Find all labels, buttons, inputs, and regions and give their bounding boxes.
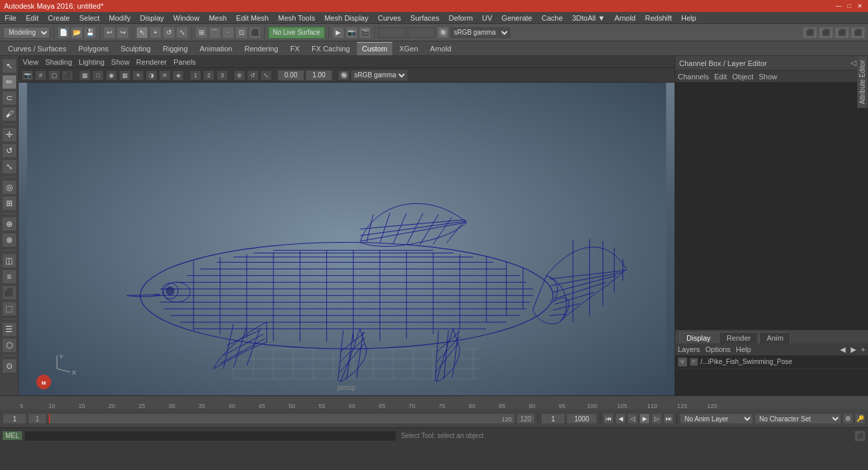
select-tool[interactable]: ↖ xyxy=(2,59,17,73)
render-tab[interactable]: Render xyxy=(719,332,758,343)
layers-menu[interactable]: Layers xyxy=(678,345,700,353)
tab-xgen[interactable]: XGen xyxy=(394,42,423,55)
menu-curves[interactable]: Curves xyxy=(376,14,403,22)
rp-menu-show[interactable]: Show xyxy=(759,73,777,81)
move-tool-btn[interactable]: + xyxy=(149,27,161,39)
vp-light-btn[interactable]: ☀ xyxy=(132,70,144,81)
render-frame-btn[interactable]: 📷 xyxy=(346,27,358,39)
node-editor[interactable]: ⬡ xyxy=(2,338,17,353)
new-scene-btn[interactable]: 📄 xyxy=(57,27,69,39)
menu-mesh[interactable]: Mesh xyxy=(207,14,229,22)
snap-point-btn[interactable]: · xyxy=(222,27,234,39)
vp-gamma-btn[interactable]: 🔘 xyxy=(338,70,350,81)
scale-tool[interactable]: ⤡ xyxy=(2,159,17,174)
pref-btn[interactable]: ⚙ xyxy=(843,413,853,424)
move-tool[interactable]: ✛ xyxy=(2,127,17,142)
menu-uv[interactable]: UV xyxy=(480,14,494,22)
maximize-btn[interactable]: □ xyxy=(845,2,853,10)
value2-input[interactable]: 1.00 xyxy=(408,27,436,38)
redo-btn[interactable]: ↪ xyxy=(117,27,129,39)
vp-value1[interactable] xyxy=(278,70,304,81)
menu-help[interactable]: Help xyxy=(679,14,699,22)
menu-cache[interactable]: Cache xyxy=(540,14,565,22)
open-btn[interactable]: 📂 xyxy=(71,27,83,39)
viewport-canvas[interactable]: Y X xyxy=(19,83,675,395)
script-mode-label[interactable]: MEL xyxy=(3,431,22,440)
scale-tool-btn[interactable]: ⤡ xyxy=(176,27,188,39)
display-tab[interactable]: Display xyxy=(679,332,718,343)
vp-shadow-btn[interactable]: ◑ xyxy=(145,70,157,81)
play-back-btn[interactable]: ◁ xyxy=(627,413,638,424)
attribute-editor-tab[interactable]: Attribute Editor xyxy=(857,56,868,108)
layer-editor[interactable]: ⬚ xyxy=(2,301,17,316)
menu-deform[interactable]: Deform xyxy=(446,14,474,22)
menu-mesh-tools[interactable]: Mesh Tools xyxy=(276,14,317,22)
vp-menu-show[interactable]: Show xyxy=(111,58,130,66)
menu-arnold[interactable]: Arnold xyxy=(612,14,638,22)
vp-menu-shading[interactable]: Shading xyxy=(45,58,72,66)
menu-select[interactable]: Select xyxy=(77,14,102,22)
component-editor[interactable]: ◫ xyxy=(2,253,17,268)
tab-curves-surfaces[interactable]: Curves / Surfaces xyxy=(3,42,71,55)
soft-select[interactable]: ◎ xyxy=(2,180,17,195)
right-panel-btn-3[interactable]: ⬛ xyxy=(835,27,849,39)
timeline-ruler[interactable]: 5 10 15 20 25 30 35 40 45 50 55 60 65 70… xyxy=(0,396,868,409)
snap-surface-btn[interactable]: ⬛ xyxy=(249,27,261,39)
anim-layer-select[interactable]: No Anim Layer xyxy=(680,413,753,424)
gamma-toggle[interactable]: 🔘 xyxy=(437,27,449,39)
vp-camera-btn[interactable]: 📷 xyxy=(21,70,33,81)
brush-tool[interactable]: 🖌 xyxy=(2,107,17,121)
menu-window[interactable]: Window xyxy=(171,14,201,22)
save-btn[interactable]: 💾 xyxy=(84,27,96,39)
menu-mesh-display[interactable]: Mesh Display xyxy=(322,14,370,22)
minimize-btn[interactable]: — xyxy=(835,2,843,10)
rp-menu-channels[interactable]: Channels xyxy=(678,73,709,81)
vp-frame-btn[interactable]: ▢ xyxy=(48,70,60,81)
step-fwd-btn[interactable]: ▷ xyxy=(651,413,662,424)
skip-fwd-btn[interactable]: ⏭ xyxy=(663,413,674,424)
vp-grid-btn[interactable]: # xyxy=(35,70,47,81)
live-surface-label[interactable]: No Live Surface xyxy=(268,27,325,39)
tab-sculpting[interactable]: Sculpting xyxy=(115,42,156,55)
layer-visibility[interactable]: V xyxy=(678,357,687,367)
tab-polygons[interactable]: Polygons xyxy=(73,42,113,55)
ipr-btn[interactable]: 🎬 xyxy=(359,27,371,39)
vp-value2[interactable] xyxy=(306,70,332,81)
menu-3dtoall[interactable]: 3DtoAll ▼ xyxy=(570,14,607,22)
select-tool-btn[interactable]: ↖ xyxy=(136,27,148,39)
attribute-editor[interactable]: ≡ xyxy=(2,269,17,284)
vp-scale-cam[interactable]: ⤡ xyxy=(260,70,272,81)
vp-shading-mode[interactable]: ▩ xyxy=(79,70,91,81)
command-input[interactable] xyxy=(25,431,396,441)
vp-rotate-cam[interactable]: ↺ xyxy=(247,70,259,81)
value1-input[interactable]: 0.00 xyxy=(378,27,406,38)
channel-box[interactable]: ⬛ xyxy=(2,285,17,300)
tab-rigging[interactable]: Rigging xyxy=(157,42,193,55)
tab-arnold[interactable]: Arnold xyxy=(425,42,457,55)
vp-res2-btn[interactable]: 2 xyxy=(203,70,215,81)
tab-custom[interactable]: Custom xyxy=(357,42,393,55)
rp-menu-object[interactable]: Object xyxy=(732,73,753,81)
help-menu[interactable]: Help xyxy=(736,345,751,353)
menu-display[interactable]: Display xyxy=(138,14,166,22)
right-panel-btn-1[interactable]: ⬛ xyxy=(803,27,817,39)
vp-res3-btn[interactable]: 3 xyxy=(216,70,228,81)
menu-edit[interactable]: Edit xyxy=(24,14,41,22)
vp-menu-lighting[interactable]: Lighting xyxy=(79,58,105,66)
options-menu[interactable]: Options xyxy=(705,345,731,353)
color-space-select[interactable]: sRGB gamma xyxy=(450,27,510,38)
vp-wireframe-btn[interactable]: □ xyxy=(92,70,104,81)
close-btn[interactable]: ✕ xyxy=(856,2,864,10)
play-btn[interactable]: ▶ xyxy=(639,413,650,424)
layer-add[interactable]: + xyxy=(861,345,865,353)
menu-create[interactable]: Create xyxy=(46,14,72,22)
vp-menu-renderer[interactable]: Renderer xyxy=(136,58,167,66)
vp-xray-btn[interactable]: ✕ xyxy=(159,70,171,81)
anim-tab[interactable]: Anim xyxy=(759,332,791,343)
layer-scroll-right[interactable]: ▶ xyxy=(851,345,856,354)
outliner[interactable]: ☰ xyxy=(2,322,17,337)
menu-file[interactable]: File xyxy=(3,14,19,22)
menu-modify[interactable]: Modify xyxy=(107,14,132,22)
layer-playback[interactable]: P xyxy=(690,358,698,366)
vp-menu-panels[interactable]: Panels xyxy=(173,58,196,66)
